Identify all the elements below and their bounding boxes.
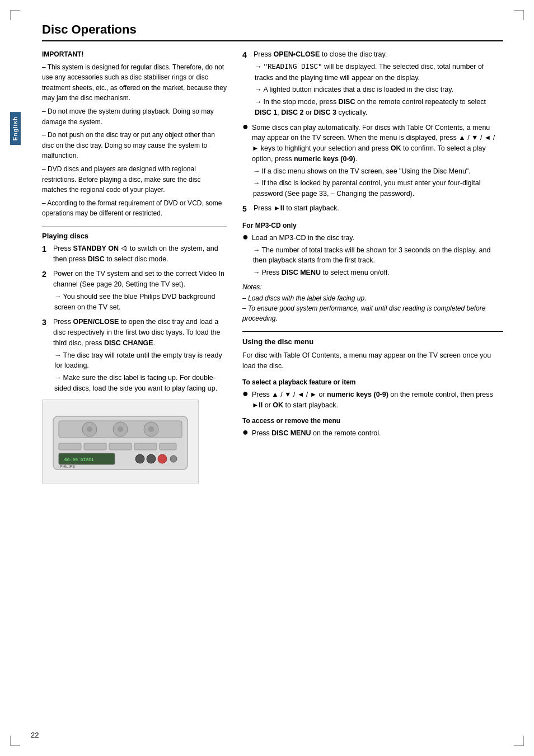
svg-text:00:00  DISC1: 00:00 DISC1 xyxy=(64,457,94,462)
svg-point-3 xyxy=(87,426,92,432)
step-2-content: Power on the TV system and set to the co… xyxy=(53,269,227,312)
important-item-1: – This system is designed for regular di… xyxy=(42,62,227,104)
svg-rect-9 xyxy=(84,443,106,450)
svg-rect-11 xyxy=(134,443,157,450)
select-feature-content: Press ▲ / ▼ / ◄ / ► or numeric keys (0-9… xyxy=(252,389,503,411)
playing-discs-divider xyxy=(42,227,227,227)
svg-point-16 xyxy=(147,454,156,463)
language-tab: English xyxy=(10,112,21,145)
svg-point-18 xyxy=(170,456,177,462)
page-number: 22 xyxy=(31,731,39,739)
access-menu-bullet: ● Press DISC MENU on the remote control. xyxy=(242,428,503,439)
svg-point-15 xyxy=(135,454,144,463)
page-title: Disc Operations xyxy=(42,22,503,41)
corner-mark-bl xyxy=(10,736,20,746)
step-num-2: 2 xyxy=(42,269,50,280)
disc-menu-heading: Using the disc menu xyxy=(242,336,503,348)
step-2-arrow: You should see the blue Philips DVD back… xyxy=(53,292,227,313)
access-menu-heading: To access or remove the menu xyxy=(242,416,503,426)
playing-discs-section: 1 Press STANDBY ON ⏿ to switch on the sy… xyxy=(42,243,227,394)
svg-point-17 xyxy=(158,454,167,463)
auto-play-arrow-1: If a disc menu shows on the TV screen, s… xyxy=(252,166,503,177)
step-4-arrow-2: A lighted button indicates that a disc i… xyxy=(254,84,503,95)
note-1: – Load discs with the label side facing … xyxy=(242,293,503,303)
select-feature-heading: To select a playback feature or item xyxy=(242,377,503,387)
step-4: 4 Press OPEN•CLOSE to close the disc tra… xyxy=(242,49,503,118)
important-section: IMPORTANT! – This system is designed for… xyxy=(42,49,227,219)
svg-rect-8 xyxy=(59,443,81,450)
access-menu-content: Press DISC MENU on the remote control. xyxy=(252,428,381,439)
note-2: – To ensure good system performance, wai… xyxy=(242,303,503,323)
step-3-content: Press OPEN/CLOSE to open the disc tray a… xyxy=(53,317,227,393)
mp3-arrow-1: The number of total tracks will be shown… xyxy=(252,245,503,266)
step-num-3: 3 xyxy=(42,317,50,328)
disc-menu-divider xyxy=(242,331,503,332)
right-column: 4 Press OPEN•CLOSE to close the disc tra… xyxy=(242,49,503,486)
step-num-4: 4 xyxy=(242,49,250,61)
notes-section: Notes: – Load discs with the label side … xyxy=(242,282,503,323)
svg-text:PHILIPS: PHILIPS xyxy=(60,464,75,468)
mp3-arrow-2: Press DISC MENU to select menu on/off. xyxy=(252,267,503,278)
mp3-content: Load an MP3-CD in the disc tray. The num… xyxy=(252,233,503,278)
important-label: IMPORTANT! xyxy=(42,49,227,60)
step-3: 3 Press OPEN/CLOSE to open the disc tray… xyxy=(42,317,227,393)
disc-menu-intro: For disc with Table Of Contents, a menu … xyxy=(242,350,503,372)
bullet-dot-mp3: ● xyxy=(242,232,249,242)
notes-label: Notes: xyxy=(242,282,503,292)
step-2: 2 Power on the TV system and set to the … xyxy=(42,269,227,312)
step-5-content: Press ►II to start playback. xyxy=(254,203,503,214)
right-content: 4 Press OPEN•CLOSE to close the disc tra… xyxy=(242,49,503,439)
step-1-content: Press STANDBY ON ⏿ to switch on the syst… xyxy=(53,243,227,265)
step-4-arrow-1: "READING DISC" will be displayed. The se… xyxy=(254,62,503,83)
important-item-4: – DVD discs and players are designed wit… xyxy=(42,164,227,195)
auto-play-arrow-2: If the disc is locked by parental contro… xyxy=(252,178,503,199)
left-column: IMPORTANT! – This system is designed for… xyxy=(42,49,227,486)
mp3-heading: For MP3-CD only xyxy=(242,220,503,231)
mp3-bullet: ● Load an MP3-CD in the disc tray. The n… xyxy=(242,233,503,278)
corner-mark-tr xyxy=(514,10,524,20)
svg-rect-12 xyxy=(160,443,176,450)
device-image: 00:00 DISC1 PHILIPS xyxy=(42,400,199,483)
auto-play-content: Some discs can play automatically. For d… xyxy=(252,123,503,199)
select-feature-bullet: ● Press ▲ / ▼ / ◄ / ► or numeric keys (0… xyxy=(242,389,503,411)
bullet-dot-access: ● xyxy=(242,427,249,437)
bullet-dot-select: ● xyxy=(242,388,249,398)
step-5: 5 Press ►II to start playback. xyxy=(242,203,503,215)
bullet-dot-1: ● xyxy=(242,121,249,132)
step-num-5: 5 xyxy=(242,203,250,215)
step-3-arrow-1: The disc tray will rotate until the empt… xyxy=(53,350,227,372)
step-4-arrow-3: In the stop mode, press DISC on the remo… xyxy=(254,97,503,118)
corner-mark-tl xyxy=(10,10,20,20)
step-3-arrow-2: Make sure the disc label is facing up. F… xyxy=(53,373,227,394)
corner-mark-br xyxy=(514,736,524,746)
step-num-1: 1 xyxy=(42,243,50,255)
important-item-5: – According to the format requirement of… xyxy=(42,198,227,219)
auto-play-bullet: ● Some discs can play automatically. For… xyxy=(242,123,503,199)
device-illustration: 00:00 DISC1 PHILIPS xyxy=(48,405,193,478)
svg-rect-10 xyxy=(109,443,132,450)
playing-discs-heading: Playing discs xyxy=(42,232,227,240)
svg-point-7 xyxy=(148,426,154,432)
step-4-content: Press OPEN•CLOSE to close the disc tray.… xyxy=(254,49,503,118)
important-item-3: – Do not push on the disc tray or put an… xyxy=(42,130,227,161)
step-1: 1 Press STANDBY ON ⏿ to switch on the sy… xyxy=(42,243,227,265)
svg-point-5 xyxy=(118,426,123,432)
important-item-2: – Do not move the system during playback… xyxy=(42,106,227,127)
